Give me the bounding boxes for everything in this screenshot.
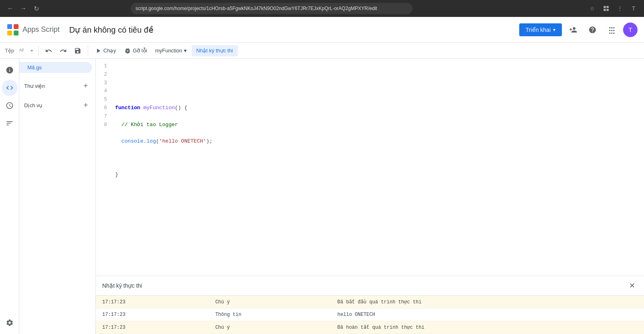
exec-log-table: 17:17:23 Chú ý Đã bắt đầu quá trình thực… xyxy=(96,296,644,334)
save-icon xyxy=(74,47,81,54)
svg-text:AZ: AZ xyxy=(19,48,24,52)
files-add-button[interactable]: + xyxy=(29,47,35,54)
services-add-button[interactable]: + xyxy=(81,100,91,110)
redo-button[interactable] xyxy=(56,44,70,57)
app-header: Apps Script Dự án không có tiêu đề Triển… xyxy=(0,17,644,43)
deploy-button[interactable]: Triển khai ▾ xyxy=(519,23,562,36)
exec-log-row: 17:17:23 Chú ý Đã bắt đầu quá trình thực… xyxy=(96,296,644,309)
exec-log-msg: hello ONETECH xyxy=(331,309,644,321)
exec-log-header: Nhật ký thực thi ✕ xyxy=(96,276,644,296)
exec-log-time: 17:17:23 xyxy=(96,309,209,321)
svg-rect-1 xyxy=(607,6,609,8)
info-rail-button[interactable] xyxy=(2,62,18,78)
executions-rail-button[interactable] xyxy=(2,115,18,131)
files-label: Tệp xyxy=(5,48,14,54)
settings-rail-button[interactable] xyxy=(2,315,18,331)
code-line-6 xyxy=(115,154,641,163)
toolbar-divider-1 xyxy=(38,46,39,56)
undo-redo-section xyxy=(42,44,85,57)
services-title: Dịch vụ xyxy=(24,102,42,108)
code-editor[interactable]: 1 2 3 4 5 6 7 8 function myFunction() { … xyxy=(96,59,644,276)
debug-button[interactable]: Gỡ lỗi xyxy=(121,44,151,57)
app-logo: Apps Script xyxy=(6,23,60,36)
browser-nav-buttons: ← → ↻ xyxy=(5,3,42,14)
exec-log-time: 17:17:23 xyxy=(96,296,209,309)
svg-rect-2 xyxy=(604,9,606,11)
debug-icon xyxy=(124,47,131,54)
profile-icon[interactable]: T xyxy=(628,3,639,14)
svg-rect-6 xyxy=(7,31,12,35)
exec-log-row: 17:17:23 Thông tin hello ONETECH xyxy=(96,309,644,321)
file-item-maags[interactable]: Mã.gs xyxy=(19,62,92,73)
extension-icon[interactable] xyxy=(601,3,612,14)
svg-rect-3 xyxy=(607,9,609,11)
sidebar: Mã.gs Thư viện + Dịch vụ + xyxy=(19,59,96,334)
header-actions: Triển khai ▾ T xyxy=(519,22,638,38)
line-numbers: 1 2 3 4 5 6 7 8 xyxy=(96,62,112,272)
svg-rect-5 xyxy=(14,24,19,29)
save-button[interactable] xyxy=(71,44,85,57)
redo-icon xyxy=(60,47,67,54)
code-line-4: // Khởi tao Logger xyxy=(115,121,641,129)
exec-log-msg: Đã hoàn tất quá trình thực thi xyxy=(331,321,644,334)
function-selector[interactable]: myFunction ▾ xyxy=(152,44,190,57)
services-sidebar-section: Dịch vụ + xyxy=(19,95,95,115)
help-button[interactable] xyxy=(584,22,601,38)
code-line-8 xyxy=(115,188,641,196)
app-name: Apps Script xyxy=(23,25,60,34)
svg-rect-0 xyxy=(604,6,606,8)
browser-chrome: ← → ↻ script.google.com/home/projects/1c… xyxy=(0,0,644,17)
exec-log-type: Thông tin xyxy=(209,309,331,321)
user-avatar[interactable]: T xyxy=(623,23,638,37)
deploy-chevron-icon: ▾ xyxy=(553,27,555,33)
left-rail xyxy=(0,59,19,334)
svg-rect-4 xyxy=(7,24,12,29)
code-rail-button[interactable] xyxy=(2,80,18,96)
files-sort-button[interactable]: AZ xyxy=(17,46,27,55)
libraries-add-button[interactable]: + xyxy=(81,81,91,91)
libraries-sidebar-section: Thư viện + xyxy=(19,76,95,95)
exec-log-close-button[interactable]: ✕ xyxy=(626,280,638,291)
forward-button[interactable]: → xyxy=(18,3,29,14)
reload-button[interactable]: ↻ xyxy=(31,3,42,14)
exec-log-panel: Nhật ký thực thi ✕ 17:17:23 Chú ý Đã bắt… xyxy=(96,276,644,334)
main-layout: Mã.gs Thư viện + Dịch vụ + 1 2 3 4 5 6 xyxy=(0,59,644,334)
bookmark-icon[interactable]: ☆ xyxy=(587,3,598,14)
exec-log-button[interactable]: Nhật ký thực thi xyxy=(192,45,238,56)
url-text: script.google.com/home/projects/1cHOrsb-… xyxy=(136,6,377,11)
apps-script-logo xyxy=(6,23,19,36)
toolbar-divider-2 xyxy=(88,46,88,56)
toolbar: Tệp AZ + Chạy Gỡ lỗi myFunction ▾ Nhật k… xyxy=(0,43,644,59)
apps-grid-button[interactable] xyxy=(604,22,620,38)
code-line-5: console.log('hello ONETECH'); xyxy=(115,137,641,146)
libraries-section-header[interactable]: Thư viện + xyxy=(19,79,95,92)
run-icon xyxy=(95,47,102,54)
run-button[interactable]: Chạy xyxy=(91,44,119,57)
exec-log-type: Chú ý xyxy=(209,321,331,334)
settings-icon[interactable]: ⋮ xyxy=(614,3,625,14)
code-content[interactable]: function myFunction() { // Khởi tao Logg… xyxy=(112,62,644,272)
add-collaborator-button[interactable] xyxy=(565,22,581,38)
files-sidebar-section: Mã.gs xyxy=(19,59,95,76)
back-button[interactable]: ← xyxy=(5,3,16,14)
exec-log-type: Chú ý xyxy=(209,296,331,309)
triggers-rail-button[interactable] xyxy=(2,98,18,114)
files-section-header: Tệp AZ + xyxy=(5,46,35,55)
editor-area: 1 2 3 4 5 6 7 8 function myFunction() { … xyxy=(96,59,644,334)
exec-log-title: Nhật ký thực thi xyxy=(102,282,142,289)
exec-log-row: 17:17:23 Chú ý Đã hoàn tất quá trình thự… xyxy=(96,321,644,334)
code-line-2 xyxy=(115,87,641,95)
project-title[interactable]: Dự án không có tiêu đề xyxy=(69,25,519,35)
code-line-7: } xyxy=(115,171,641,179)
exec-log-msg: Đã bắt đầu quá trình thực thi xyxy=(331,296,644,309)
address-bar[interactable]: script.google.com/home/projects/1cHOrsb-… xyxy=(131,3,413,14)
function-dropdown-icon: ▾ xyxy=(184,48,187,54)
libraries-title: Thư viện xyxy=(24,83,45,89)
svg-rect-7 xyxy=(14,31,19,35)
browser-actions: ☆ ⋮ T xyxy=(587,3,639,14)
code-line-3: function myFunction() { xyxy=(115,104,641,112)
code-line-1 xyxy=(115,71,641,79)
undo-button[interactable] xyxy=(42,44,56,57)
services-section-header[interactable]: Dịch vụ + xyxy=(19,99,95,112)
undo-icon xyxy=(45,47,52,54)
